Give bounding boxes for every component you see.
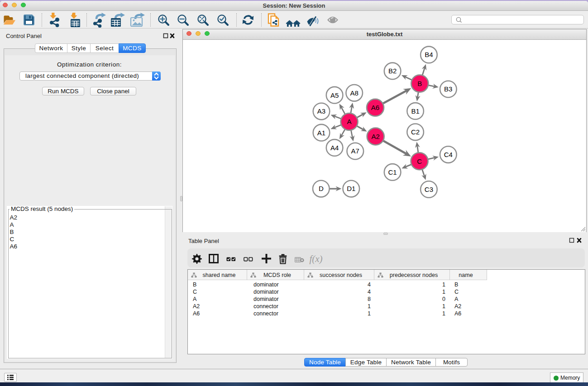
svg-text:A8: A8: [350, 89, 359, 97]
svg-text:A6: A6: [371, 104, 379, 111]
svg-text:C: C: [417, 157, 422, 165]
svg-text:B2: B2: [388, 67, 397, 75]
svg-text:C3: C3: [425, 186, 433, 193]
svg-text:B1: B1: [411, 107, 419, 115]
svg-text:A5: A5: [330, 91, 339, 99]
svg-text:A7: A7: [351, 147, 359, 155]
svg-text:A3: A3: [317, 107, 325, 115]
svg-text:C2: C2: [411, 128, 420, 136]
svg-text:B4: B4: [425, 51, 433, 58]
svg-text:B: B: [417, 80, 422, 87]
svg-text:C4: C4: [444, 151, 453, 158]
svg-text:D1: D1: [347, 185, 355, 192]
svg-text:B3: B3: [444, 85, 452, 93]
svg-text:A4: A4: [330, 144, 339, 152]
svg-text:A: A: [347, 118, 352, 125]
svg-text:A2: A2: [372, 133, 380, 140]
svg-text:A1: A1: [317, 129, 325, 137]
svg-text:D: D: [319, 185, 324, 192]
svg-text:C1: C1: [388, 168, 397, 176]
